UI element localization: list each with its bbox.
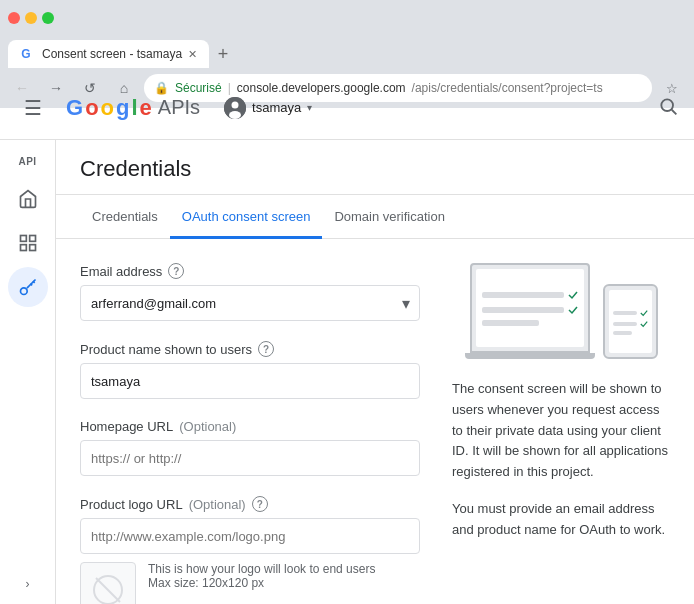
url-domain: console.developers.google.com: [237, 81, 406, 95]
logo-e: e: [140, 95, 152, 121]
sidebar-api-label: API: [18, 148, 36, 175]
logo-group: Product logo URL (Optional) ?: [80, 496, 420, 604]
logo-placeholder-box: [80, 562, 136, 604]
screen-line-3: [482, 320, 540, 326]
phone-line-1: [613, 311, 637, 315]
phone-line-2: [613, 322, 637, 326]
menu-button[interactable]: ☰: [16, 88, 50, 128]
search-icon: [658, 96, 678, 116]
tab-bar: G Consent screen - tsamaya ✕ +: [0, 36, 694, 68]
info-text-2: You must provide an email address and pr…: [452, 499, 670, 541]
laptop-base: [465, 353, 595, 359]
screen-line-1: [482, 292, 564, 298]
screen-line-2: [482, 307, 564, 313]
svg-point-3: [229, 111, 241, 119]
tabs-bar: Credentials OAuth consent screen Domain …: [56, 195, 694, 239]
user-account[interactable]: tsamaya ▾: [224, 97, 312, 119]
svg-point-2: [232, 101, 239, 108]
close-button[interactable]: [8, 12, 20, 24]
phone-row-2: [613, 320, 648, 328]
svg-point-4: [661, 99, 673, 111]
address-bar[interactable]: 🔒 Sécurisé | console.developers.google.c…: [144, 74, 652, 102]
logo-apis: APIs: [158, 96, 200, 119]
svg-rect-7: [29, 236, 35, 242]
header-search-button[interactable]: [658, 96, 678, 119]
key-icon: [18, 277, 38, 297]
phone-row-1: [613, 309, 648, 317]
svg-line-5: [672, 110, 677, 115]
account-name: tsamaya: [252, 100, 301, 115]
content-area: Credentials Credentials OAuth consent sc…: [56, 140, 694, 604]
form-area: Email address ? arferrand@gmail.com ▾ Pr…: [56, 239, 694, 604]
logo-o2: o: [101, 95, 114, 121]
screen-row-1: [482, 290, 578, 300]
logo-g: G: [66, 95, 83, 121]
screen-row-2: [482, 305, 578, 315]
phone-screen: [609, 290, 652, 353]
product-name-help-icon[interactable]: ?: [258, 341, 274, 357]
new-tab-button[interactable]: +: [209, 40, 237, 68]
info-text-1: The consent screen will be shown to user…: [452, 379, 670, 483]
tab-credentials[interactable]: Credentials: [80, 195, 170, 239]
main-layout: API › Credent: [0, 140, 694, 604]
logo-label: Product logo URL (Optional) ?: [80, 496, 420, 512]
laptop-screen: [476, 269, 584, 347]
tab-oauth-consent[interactable]: OAuth consent screen: [170, 195, 323, 239]
device-illustration: [452, 263, 670, 359]
tab-close-button[interactable]: ✕: [188, 48, 197, 61]
url-separator: |: [228, 81, 231, 95]
no-image-icon: [92, 574, 124, 604]
phone-line-3: [613, 331, 632, 335]
home-icon: [18, 189, 38, 209]
traffic-lights: [8, 12, 54, 24]
svg-rect-8: [20, 245, 26, 251]
logo-g2: g: [116, 95, 129, 121]
secure-icon: 🔒: [154, 81, 169, 95]
email-select[interactable]: arferrand@gmail.com: [80, 285, 420, 321]
active-tab[interactable]: G Consent screen - tsamaya ✕: [8, 40, 209, 68]
logo-o1: o: [85, 95, 98, 121]
info-section: The consent screen will be shown to user…: [452, 263, 670, 604]
account-avatar: [224, 97, 246, 119]
minimize-button[interactable]: [25, 12, 37, 24]
logo-hint: This is how your logo will look to end u…: [148, 562, 375, 590]
email-group: Email address ? arferrand@gmail.com ▾: [80, 263, 420, 321]
homepage-label: Homepage URL (Optional): [80, 419, 420, 434]
phone-check-1: [640, 309, 648, 317]
account-icon-svg: [224, 97, 246, 119]
svg-rect-6: [20, 236, 26, 242]
sidebar-item-dashboard[interactable]: [8, 223, 48, 263]
phone-device: [603, 284, 658, 359]
page-title: Credentials: [80, 156, 670, 182]
homepage-group: Homepage URL (Optional): [80, 419, 420, 476]
homepage-input[interactable]: [80, 440, 420, 476]
product-name-input[interactable]: [80, 363, 420, 399]
check-icon-1: [568, 290, 578, 300]
secure-label: Sécurisé: [175, 81, 222, 95]
form-section: Email address ? arferrand@gmail.com ▾ Pr…: [80, 263, 420, 604]
email-select-wrapper: arferrand@gmail.com ▾: [80, 285, 420, 321]
maximize-button[interactable]: [42, 12, 54, 24]
phone-check-2: [640, 320, 648, 328]
product-name-label: Product name shown to users ?: [80, 341, 420, 357]
email-help-icon[interactable]: ?: [168, 263, 184, 279]
google-apis-logo: G o o g l e APIs: [66, 95, 200, 121]
tab-domain-verification[interactable]: Domain verification: [322, 195, 457, 239]
sidebar-item-credentials[interactable]: [8, 267, 48, 307]
sidebar-expand-button[interactable]: ›: [8, 572, 48, 596]
dashboard-icon: [18, 233, 38, 253]
sidebar-item-home[interactable]: [8, 179, 48, 219]
check-icon-2: [568, 305, 578, 315]
phone-row-3: [613, 331, 648, 335]
svg-line-12: [96, 578, 120, 602]
sidebar: API ›: [0, 140, 56, 604]
titlebar: [0, 0, 694, 36]
logo-help-icon[interactable]: ?: [252, 496, 268, 512]
logo-preview: This is how your logo will look to end u…: [80, 562, 420, 604]
laptop-container: [465, 263, 595, 359]
browser-chrome: G Consent screen - tsamaya ✕ + ← → ↺ ⌂ 🔒…: [0, 0, 694, 76]
logo-input[interactable]: [80, 518, 420, 554]
screen-row-3: [482, 320, 578, 326]
content-header: Credentials: [56, 140, 694, 195]
url-path: /apis/credentials/consent?project=ts: [412, 81, 603, 95]
